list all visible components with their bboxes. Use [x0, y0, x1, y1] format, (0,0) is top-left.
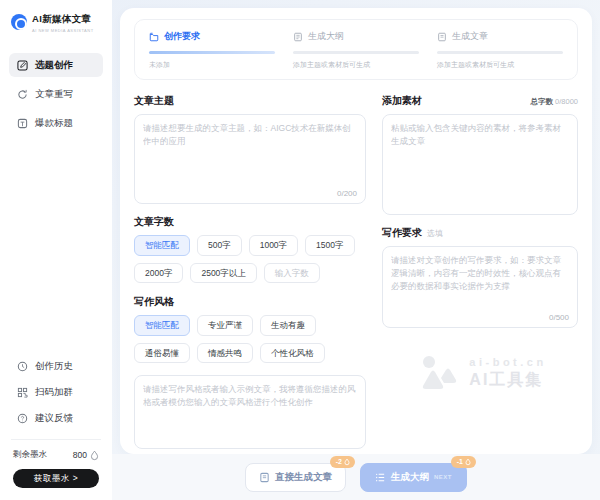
watermark-url: ai-bot.cn	[469, 356, 546, 368]
style-chip-plain[interactable]: 通俗易懂	[134, 343, 190, 364]
watermark: ai-bot.cn AI工具集	[382, 354, 578, 392]
folder-doc-icon	[149, 32, 159, 42]
get-ink-button[interactable]: 获取墨水 >	[13, 469, 99, 488]
tab-label: 生成文章	[452, 30, 488, 43]
topic-counter: 0/200	[337, 189, 357, 198]
article-doc-icon	[437, 32, 447, 42]
requirements-input-box: 0/500	[382, 246, 578, 328]
style-chip-smart[interactable]: 智能匹配	[134, 315, 190, 336]
generate-article-cost-badge: -2	[330, 456, 355, 468]
pencil-square-icon	[17, 60, 28, 71]
ring-logo-icon	[11, 14, 27, 30]
material-total-counter: 总字数0/8000	[531, 97, 578, 107]
ink-drop-icon	[344, 458, 350, 466]
topic-section-label: 文章主题	[134, 94, 174, 108]
list-icon	[375, 472, 386, 483]
cost-value: -1	[457, 458, 463, 465]
tab-label: 创作要求	[164, 30, 200, 43]
generate-outline-cost-badge: -1	[451, 456, 476, 468]
sidebar-item-label: 爆款标题	[35, 117, 73, 130]
sidebar-item-feedback[interactable]: 建议反馈	[9, 405, 103, 431]
tab-label: 生成大纲	[308, 30, 344, 43]
ink-drop-icon	[90, 450, 99, 461]
sidebar-item-scan-group[interactable]: 扫码加群	[9, 379, 103, 405]
step-tabs: 创作要求 未添加 生成大纲 添加主题或素材后可生成	[134, 19, 578, 80]
outline-doc-icon	[293, 32, 303, 42]
sidebar-item-history[interactable]: 创作历史	[9, 353, 103, 379]
style-description-box	[134, 375, 366, 449]
material-section-label: 添加素材	[382, 94, 422, 108]
remaining-ink-label: 剩余墨水	[13, 449, 47, 461]
watermark-name: AI工具集	[469, 370, 546, 391]
main-area: 创作要求 未添加 生成大纲 添加主题或素材后可生成	[112, 0, 600, 500]
tab-generate-outline[interactable]: 生成大纲 添加主题或素材后可生成	[293, 30, 419, 70]
tab-generate-article[interactable]: 生成文章 添加主题或素材后可生成	[437, 30, 563, 70]
word-count-chip-2000[interactable]: 2000字	[134, 263, 183, 284]
material-input[interactable]	[391, 122, 569, 198]
app-logo: AI新媒体文章 AI NEW MEDIA ASSISTANT	[9, 13, 103, 33]
word-count-section-label: 文章字数	[134, 215, 174, 229]
requirements-optional-tag: 选填	[427, 228, 443, 239]
topic-input[interactable]	[143, 122, 357, 187]
style-options: 智能匹配 专业严谨 生动有趣 通俗易懂 情感共鸣 个性化风格	[134, 315, 366, 363]
material-counter-label: 总字数	[531, 97, 554, 106]
tab-creation-requirements[interactable]: 创作要求 未添加	[149, 30, 275, 70]
creation-form: 文章主题 0/200 文章字数 智能匹配 500字 1000字 1500字 20…	[134, 92, 578, 454]
word-count-options: 智能匹配 500字 1000字 1500字 2000字 2500字以上 输入字数	[134, 235, 366, 283]
sidebar: AI新媒体文章 AI NEW MEDIA ASSISTANT 选题创作 文章重写…	[0, 0, 112, 500]
remaining-ink-row: 剩余墨水 800	[9, 449, 103, 461]
step-status: 添加主题或素材后可生成	[293, 60, 419, 70]
sidebar-divider	[11, 439, 101, 440]
title-tag-icon	[17, 118, 28, 129]
sidebar-item-article-rewrite[interactable]: 文章重写	[9, 82, 103, 106]
next-tag: NEXT	[434, 474, 452, 480]
ink-drop-icon	[465, 458, 471, 466]
app-title: AI新媒体文章	[32, 13, 94, 26]
sidebar-item-hot-title[interactable]: 爆款标题	[9, 111, 103, 135]
generate-article-label: 直接生成文章	[275, 471, 332, 484]
style-chip-vivid[interactable]: 生动有趣	[260, 315, 316, 336]
clock-icon	[17, 361, 28, 372]
step-progress	[293, 51, 419, 54]
requirements-input[interactable]	[391, 254, 569, 311]
step-status: 未添加	[149, 60, 275, 70]
qr-code-icon	[17, 387, 28, 398]
sidebar-menu: 选题创作 文章重写 爆款标题	[9, 53, 103, 135]
step-status: 添加主题或素材后可生成	[437, 60, 563, 70]
sidebar-item-label: 选题创作	[35, 59, 73, 72]
cost-value: -2	[336, 458, 342, 465]
style-chip-professional[interactable]: 专业严谨	[197, 315, 253, 336]
material-counter-value: 0/8000	[555, 97, 578, 106]
requirements-counter: 0/500	[549, 313, 569, 322]
footer-action-bar: 直接生成文章 -2 生成大纲 NEXT -1	[112, 454, 600, 500]
sidebar-item-label: 建议反馈	[35, 412, 73, 425]
material-input-box	[382, 114, 578, 215]
remaining-ink-value: 800	[73, 450, 87, 460]
word-count-chip-smart[interactable]: 智能匹配	[134, 235, 190, 256]
requirements-section-label: 写作要求	[382, 226, 422, 240]
style-section-label: 写作风格	[134, 295, 174, 309]
step-progress	[149, 51, 275, 54]
doc-icon	[259, 472, 270, 483]
sidebar-bottom: 创作历史 扫码加群 建议反馈 剩余墨水 800 获取墨水 >	[9, 353, 103, 488]
sidebar-item-label: 创作历史	[35, 360, 73, 373]
word-count-chip-1000[interactable]: 1000字	[249, 235, 298, 256]
style-chip-emotional[interactable]: 情感共鸣	[197, 343, 253, 364]
generate-outline-label: 生成大纲	[391, 471, 429, 484]
question-circle-icon	[17, 413, 28, 424]
topic-input-box: 0/200	[134, 114, 366, 204]
creation-card: 创作要求 未添加 生成大纲 添加主题或素材后可生成	[120, 8, 592, 454]
generate-outline-button[interactable]: 生成大纲 NEXT -1	[360, 463, 467, 492]
style-description-input[interactable]	[143, 383, 357, 441]
word-count-chip-custom-input[interactable]: 输入字数	[264, 263, 320, 284]
word-count-chip-500[interactable]: 500字	[197, 235, 242, 256]
style-chip-personalized[interactable]: 个性化风格	[260, 343, 325, 364]
sidebar-item-topic-creation[interactable]: 选题创作	[9, 53, 103, 77]
ai-bot-logo-icon	[413, 354, 459, 392]
step-progress	[437, 51, 563, 54]
word-count-chip-1500[interactable]: 1500字	[305, 235, 354, 256]
word-count-chip-2500plus[interactable]: 2500字以上	[190, 263, 256, 284]
generate-article-button[interactable]: 直接生成文章 -2	[245, 463, 346, 492]
sidebar-item-label: 文章重写	[35, 88, 73, 101]
rewrite-icon	[17, 89, 28, 100]
